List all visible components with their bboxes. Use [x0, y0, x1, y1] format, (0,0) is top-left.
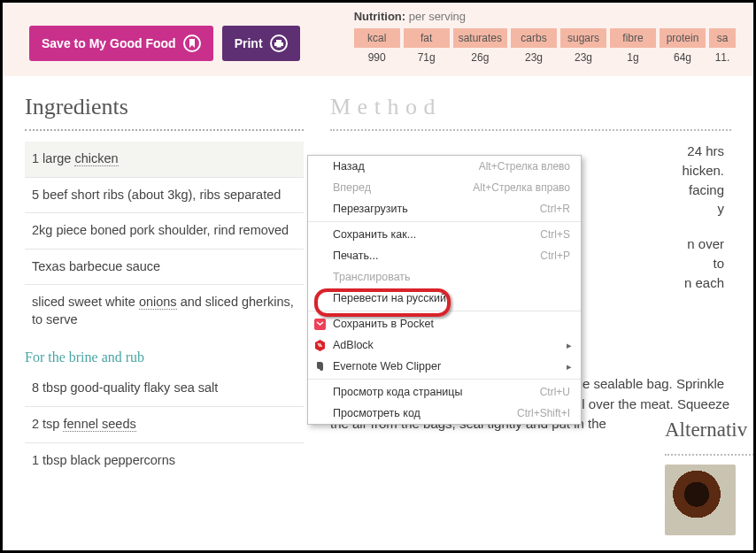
cm-cast: Транслировать — [308, 266, 581, 288]
nutr-col: saturates26g — [453, 28, 507, 67]
context-menu[interactable]: НазадAlt+Стрелка влево ВпередAlt+Стрелка… — [307, 155, 582, 425]
nutr-col: kcal990 — [354, 28, 400, 67]
ingredients-sublist: 8 tbsp good-quality flaky sea salt 2 tsp… — [25, 371, 304, 478]
svg-rect-2 — [276, 44, 281, 47]
cm-separator — [308, 311, 581, 311]
nutr-col: sa11. — [709, 28, 736, 67]
ingredient-link[interactable]: fennel seeds — [63, 417, 135, 432]
method-heading: M e t h o d — [330, 94, 731, 120]
cm-separator — [308, 379, 581, 380]
nutr-col: fat71g — [404, 28, 450, 67]
print-button[interactable]: Print — [222, 26, 300, 61]
svg-rect-0 — [276, 40, 282, 42]
cm-translate-to-russian[interactable]: Перевести на русский — [308, 288, 581, 309]
nutrition-heading: Nutrition: per serving — [354, 10, 736, 23]
ingredients-list: 1 large chicken 5 beef short ribs (about… — [25, 142, 304, 337]
save-button[interactable]: Save to My Good Food — [29, 26, 213, 61]
alternatives-heading: Alternativ — [665, 419, 753, 442]
list-item: 2kg piece boned pork shoulder, rind remo… — [25, 212, 304, 249]
ingredients-heading: Ingredients — [25, 94, 304, 120]
ingredients-section: Ingredients 1 large chicken 5 beef short… — [25, 94, 304, 478]
separator — [25, 129, 304, 131]
list-item: 1 large chicken — [25, 142, 304, 177]
nutr-col: fibre1g — [610, 28, 656, 67]
nutr-col: sugars23g — [560, 28, 606, 67]
cm-forward: ВпередAlt+Стрелка вправо — [308, 177, 581, 198]
adblock-icon — [313, 339, 327, 352]
top-bar: Save to My Good Food Print Nutrition: pe… — [3, 3, 753, 76]
list-item: Texas barbecue sauce — [25, 249, 304, 285]
save-label: Save to My Good Food — [42, 36, 176, 50]
print-label: Print — [235, 36, 263, 50]
nutrition-block: Nutrition: per serving kcal990 fat71g sa… — [354, 10, 736, 67]
list-item: sliced sweet white onions and sliced ghe… — [25, 284, 304, 337]
svg-marker-4 — [315, 340, 325, 351]
printer-icon — [270, 35, 288, 52]
list-item: 1 tbsp black peppercorns — [25, 442, 304, 479]
cm-reload[interactable]: ПерезагрузитьCtrl+R — [308, 198, 581, 219]
cm-print[interactable]: Печать...Ctrl+P — [308, 245, 581, 266]
alternative-thumbnail[interactable] — [665, 465, 736, 535]
alternatives-section: Alternativ — [665, 419, 753, 535]
ingredient-link[interactable]: chicken — [74, 151, 118, 166]
ingredients-subheading: For the brine and rub — [25, 349, 304, 365]
bookmark-icon — [183, 35, 201, 52]
ingredient-link[interactable]: onions — [139, 295, 177, 310]
nutr-col: carbs23g — [511, 28, 557, 67]
evernote-icon — [313, 360, 327, 373]
cm-view-source[interactable]: Просмотр кода страницыCtrl+U — [308, 381, 581, 403]
cm-inspect[interactable]: Просмотреть кодCtrl+Shift+I — [308, 403, 581, 424]
list-item: 2 tsp fennel seeds — [25, 406, 304, 442]
list-item: 8 tbsp good-quality flaky sea salt — [25, 371, 304, 406]
separator — [665, 454, 756, 456]
cm-back[interactable]: НазадAlt+Стрелка влево — [308, 156, 581, 177]
cm-evernote[interactable]: Evernote Web Clipper — [308, 356, 581, 377]
cm-save-as[interactable]: Сохранить как...Ctrl+S — [308, 224, 581, 245]
separator — [330, 129, 731, 131]
cm-pocket[interactable]: Сохранить в Pocket — [308, 313, 581, 334]
cm-adblock[interactable]: AdBlock — [308, 334, 581, 356]
nutrition-table: kcal990 fat71g saturates26g carbs23g sug… — [354, 28, 736, 67]
nutr-col: protein64g — [660, 28, 706, 67]
cm-separator — [308, 221, 581, 222]
list-item: 5 beef short ribs (about 3kg), ribs sepa… — [25, 177, 304, 213]
pocket-icon — [313, 318, 327, 331]
